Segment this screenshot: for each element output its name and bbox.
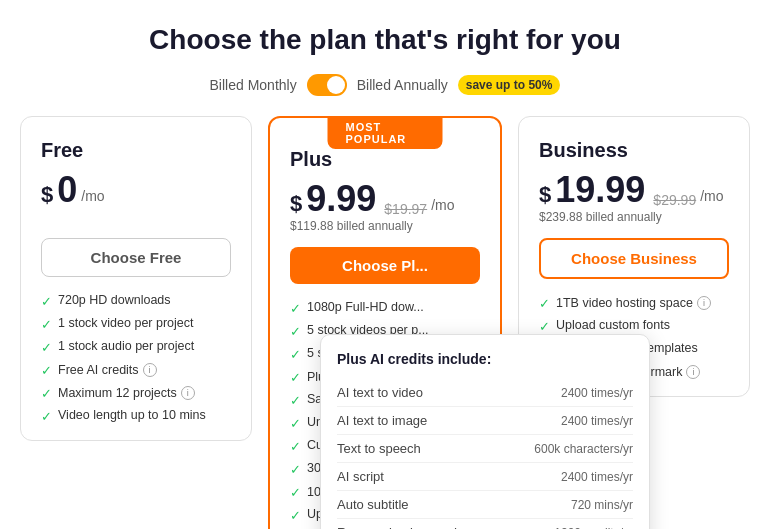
ai-popup-title: Plus AI credits include: [337, 351, 633, 367]
price-amount-free: 0 [57, 172, 77, 208]
list-item: ✓1TB video hosting space i [539, 295, 729, 311]
ai-popup-row-3: Text to speech 600k characters/yr [337, 435, 633, 463]
check-icon: ✓ [41, 294, 52, 309]
check-icon: ✓ [539, 296, 550, 311]
check-icon: ✓ [41, 363, 52, 378]
check-icon: ✓ [290, 439, 301, 454]
check-icon: ✓ [41, 340, 52, 355]
info-icon[interactable]: i [143, 363, 157, 377]
price-amount-plus: 9.99 [306, 181, 376, 217]
ai-popup-value: 2400 times/yr [561, 414, 633, 428]
ai-popup-value: 720 mins/yr [571, 498, 633, 512]
price-dollar-free: $ [41, 182, 53, 208]
ai-popup-value: 600k characters/yr [534, 442, 633, 456]
check-icon: ✓ [290, 393, 301, 408]
ai-popup-label: Remove background [337, 525, 457, 529]
billed-annually-label: Billed Annually [357, 77, 448, 93]
check-icon: ✓ [290, 301, 301, 316]
price-period-free: /mo [81, 188, 104, 204]
billed-annually-free [41, 210, 231, 224]
toggle-knob [327, 76, 345, 94]
check-icon: ✓ [290, 416, 301, 431]
price-period-plus: /mo [431, 197, 454, 213]
plan-price-business: $ 19.99 $29.99 /mo [539, 172, 729, 208]
check-icon: ✓ [539, 319, 550, 334]
list-item: ✓1 stock video per project [41, 316, 231, 332]
check-icon: ✓ [290, 462, 301, 477]
choose-free-button[interactable]: Choose Free [41, 238, 231, 277]
plan-name-plus: Plus [290, 148, 480, 171]
check-icon: ✓ [290, 485, 301, 500]
price-period-business: /mo [700, 188, 723, 204]
plan-price-free: $ 0 /mo [41, 172, 231, 208]
ai-popup-label: Text to speech [337, 441, 421, 456]
ai-popup-label: Auto subtitle [337, 497, 409, 512]
info-icon[interactable]: i [686, 365, 700, 379]
ai-popup-label: AI text to video [337, 385, 423, 400]
save-badge: save up to 50% [458, 75, 561, 95]
price-dollar-plus: $ [290, 191, 302, 217]
billed-monthly-label: Billed Monthly [210, 77, 297, 93]
features-list-free: ✓720p HD downloads ✓1 stock video per pr… [41, 293, 231, 424]
list-item: ✓Upload custom fonts [539, 318, 729, 334]
list-item: ✓720p HD downloads [41, 293, 231, 309]
plan-name-business: Business [539, 139, 729, 162]
price-original-business: $29.99 [653, 192, 696, 208]
list-item: ✓Free AI credits i [41, 362, 231, 378]
ai-popup-row-6: Remove background 1200 credits/yr [337, 519, 633, 529]
ai-popup-row-4: AI script 2400 times/yr [337, 463, 633, 491]
ai-popup-value: 1200 credits/yr [554, 526, 633, 530]
check-icon: ✓ [41, 386, 52, 401]
page-container: Choose the plan that's right for you Bil… [0, 0, 770, 529]
billed-annually-plus: $119.88 billed annually [290, 219, 480, 233]
ai-popup-label: AI script [337, 469, 384, 484]
list-item: ✓Video length up to 10 mins [41, 408, 231, 424]
billed-annually-business: $239.88 billed annually [539, 210, 729, 224]
price-amount-business: 19.99 [555, 172, 645, 208]
ai-popup-value: 2400 times/yr [561, 386, 633, 400]
ai-popup-row-2: AI text to image 2400 times/yr [337, 407, 633, 435]
plan-card-free: Free $ 0 /mo Choose Free ✓720p HD downlo… [20, 116, 252, 441]
ai-popup-row-5: Auto subtitle 720 mins/yr [337, 491, 633, 519]
plan-price-plus: $ 9.99 $19.97 /mo [290, 181, 480, 217]
check-icon: ✓ [290, 508, 301, 523]
billing-toggle-switch[interactable] [307, 74, 347, 96]
check-icon: ✓ [290, 347, 301, 362]
check-icon: ✓ [290, 370, 301, 385]
most-popular-badge: MOST POPULAR [328, 117, 443, 149]
check-icon: ✓ [290, 324, 301, 339]
info-icon[interactable]: i [181, 386, 195, 400]
choose-plus-button[interactable]: Choose Pl... [290, 247, 480, 284]
plans-container: Free $ 0 /mo Choose Free ✓720p HD downlo… [20, 116, 750, 529]
check-icon: ✓ [41, 317, 52, 332]
billing-toggle-row: Billed Monthly Billed Annually save up t… [20, 74, 750, 96]
plan-name-free: Free [41, 139, 231, 162]
ai-popup-row-1: AI text to video 2400 times/yr [337, 379, 633, 407]
price-dollar-business: $ [539, 182, 551, 208]
list-item: ✓Maximum 12 projects i [41, 385, 231, 401]
check-icon: ✓ [41, 409, 52, 424]
ai-credits-popup: Plus AI credits include: AI text to vide… [320, 334, 650, 529]
ai-popup-value: 2400 times/yr [561, 470, 633, 484]
price-original-plus: $19.97 [384, 201, 427, 217]
list-item: ✓1 stock audio per project [41, 339, 231, 355]
page-title: Choose the plan that's right for you [20, 24, 750, 56]
list-item: ✓1080p Full-HD dow... [290, 300, 480, 316]
choose-business-button[interactable]: Choose Business [539, 238, 729, 279]
info-icon[interactable]: i [697, 296, 711, 310]
ai-popup-label: AI text to image [337, 413, 427, 428]
